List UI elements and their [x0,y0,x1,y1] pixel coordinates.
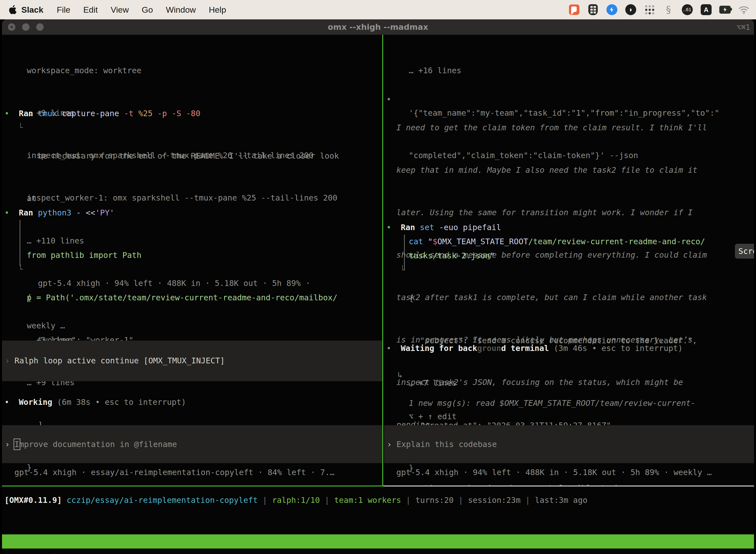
code-line: from pathlib import Path [27,248,337,262]
menu-item-go[interactable]: Go [142,5,153,15]
omx-version-badge: [OMX#0.11.9] [4,495,62,505]
prompt-chevron-icon: › [5,440,15,449]
squiggle-icon[interactable]: § [663,4,674,15]
omx-turns: turns:20 [416,495,454,505]
mail-text: 1 new msg(s): read $OMX_TEAM_STATE_ROOT/… [409,396,695,410]
text-cursor: I [15,440,19,449]
waiting-status-line: • Waiting for background terminal (3m 46… [386,341,683,355]
menu-item-edit[interactable]: Edit [83,5,98,15]
working-status-line: • Working (6m 38s • esc to interrupt) [4,395,186,409]
inject-banner-text: › Ralph loop active continue [OMX_TMUX_I… [5,354,225,368]
run-bullet-icon: • [4,208,9,217]
cat-command-line2: tasks/task-2.json" [409,249,495,263]
menu-item-help[interactable]: Help [209,5,226,15]
battery-icon[interactable] [719,4,731,15]
dots-grid-icon[interactable] [644,4,655,15]
right-input-text[interactable]: › Explain this codebase [387,437,497,451]
zoom-button[interactable] [36,23,44,31]
tmux-status-bar: [omx-cczip0:bash* "MacBook-Pro-44.local"… [2,535,754,549]
omx-session-name: cczip/essay/ai-reimplementation-copyleft [62,495,258,505]
traffic-lights [8,23,44,31]
left-pane: workspace_mode: worktree … +9 lines insp… [2,35,382,486]
omx-ralph-count: ralph:1/10 [272,495,320,505]
badge-61-icon[interactable]: ..61 [682,4,693,15]
menu-status-icons: ◗ § ..61 A [568,4,750,15]
pane-divider-vertical[interactable] [382,35,383,486]
window-title: omx --xhigh --madmax [328,22,428,32]
terminal-text: workspace_mode: worktree [27,63,337,78]
pane-border-bottom-left[interactable] [2,486,382,487]
input-placeholder: mprove documentation in @filename [19,440,177,449]
prompt-chevron-icon: › [5,356,15,365]
input-source-icon[interactable]: A [700,4,712,15]
terminal-content: workspace_mode: worktree … +9 lines insp… [2,35,754,554]
omx-team-count: team:1 workers [334,495,401,505]
screen: Slack File Edit View Go Window Help ◗ § … [0,0,756,554]
close-button[interactable] [8,23,15,31]
omx-last-activity: last:3m ago [535,495,587,505]
wifi-icon[interactable] [738,4,750,15]
shield-grid-icon[interactable] [587,4,599,15]
app-menu-slack[interactable]: Slack [21,5,44,15]
prompt-chevron-icon: › [387,440,397,449]
minimize-button[interactable] [22,23,29,31]
screen-tooltip: Scre [735,244,754,259]
cat-command-line: cat "$OMX_TEAM_STATE_ROOT/team/review-cu… [409,234,705,249]
status-bullet-icon: • [4,397,14,407]
chat-icon[interactable] [568,4,580,15]
thinking-text: I need to get the claim token from the c… [396,121,707,135]
json-text: { [409,291,697,305]
menu-item-window[interactable]: Window [166,5,196,15]
terminal-window: omx --xhigh --madmax ⌥⌘1 workspace_mode:… [2,19,754,554]
right-session-status: gpt-5.4 xhigh · 94% left · 488K in · 5.1… [396,465,712,480]
right-pane: … +16 lines '{"team_name":"my-team","tas… [384,35,754,486]
edit-hint: ⌥ + ↑ edit [409,409,457,424]
tmux-session-window: [omx-cczip0:bash* [4,549,86,554]
json-text: { [27,291,138,305]
menu-item-file[interactable]: File [57,5,70,15]
window-shortcut-hint: ⌥⌘1 [737,23,750,32]
terminal-text: be necessary for the end of the README. … [38,149,339,163]
apple-menu-icon[interactable] [8,5,17,15]
omx-session-time: session:23m [468,495,521,505]
messenger-icon[interactable] [606,4,618,15]
ran-set-line: • Ran set -euo pipefail [386,220,501,234]
menu-bar: Slack File Edit View Go Window Help ◗ § … [0,0,756,19]
pane-border-bottom-right[interactable] [383,486,754,487]
crescent-icon[interactable]: ◗ [625,4,636,15]
mail-text: continue assigned work or next feasible … [409,481,695,486]
ran-tmux-line: • Ran tmux capture-pane -t %25 -p -S -80 [4,107,200,121]
run-bullet-icon: • [4,109,9,118]
menu-item-view[interactable]: View [111,5,129,15]
input-placeholder: Explain this codebase [397,440,497,449]
ran-python-line: • Ran python3 - <<'PY' [4,206,114,220]
run-bullet-icon: • [386,223,391,232]
truncation-note: … +16 lines [409,63,719,78]
thinking-text: keep that in mind. Maybe I also need the… [396,163,707,177]
omx-status-line: [OMX#0.11.9] cczip/essay/ai-reimplementa… [4,493,587,507]
terminal-text: at [27,191,339,206]
status-bullet-icon: • [386,343,396,353]
mail-arrow-icon: ↳ [397,368,402,382]
window-titlebar[interactable]: omx --xhigh --madmax ⌥⌘1 [2,19,754,35]
thinking-bullet-icon: • [386,92,391,107]
thinking-text: later. Using the same for transition mig… [396,206,707,220]
left-session-status: gpt-5.4 xhigh · essay/ai-reimplementatio… [14,465,334,480]
left-input-text[interactable]: › Improve documentation in @filename [5,437,177,451]
